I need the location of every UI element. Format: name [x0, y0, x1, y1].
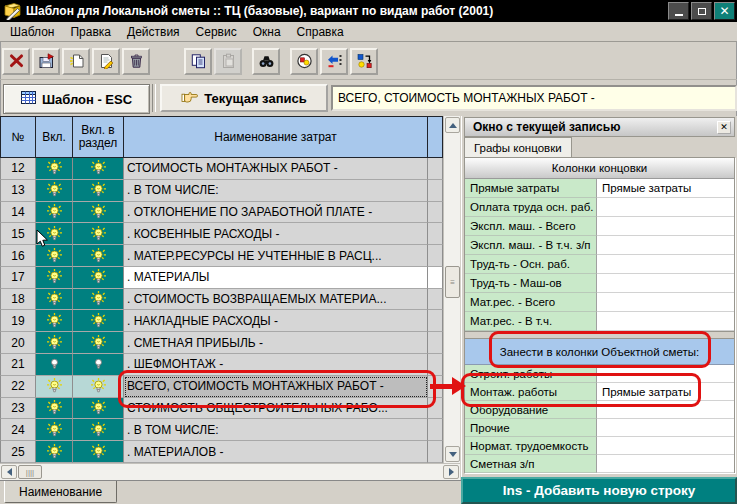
column-value[interactable] — [597, 217, 734, 236]
current-record-button[interactable]: Текущая запись — [160, 84, 328, 112]
row-section-enabled-cell[interactable] — [73, 158, 124, 180]
row-name-cell[interactable]: . МАТЕРИАЛЫ — [124, 267, 428, 289]
fill-left-button[interactable] — [320, 48, 348, 75]
row-name-cell[interactable]: . В ТОМ ЧИСЛЕ: — [124, 419, 428, 441]
column-value[interactable] — [597, 401, 734, 419]
row-section-enabled-cell[interactable] — [73, 376, 124, 398]
panel-close-button[interactable]: ✕ — [717, 121, 731, 134]
ending-column-row[interactable]: Прямые затратыПрямые затраты — [465, 179, 734, 198]
row-enabled-cell[interactable] — [36, 223, 73, 245]
menu-item-5[interactable]: Справка — [289, 23, 352, 41]
row-name-cell[interactable]: . СТОИМОСТЬ ВОЗВРАЩАЕМЫХ МАТЕРИА... — [124, 289, 428, 311]
scroll-right-button[interactable] — [443, 465, 459, 479]
row-section-enabled-cell[interactable] — [73, 398, 124, 420]
row-enabled-cell[interactable] — [36, 354, 73, 376]
menu-item-0[interactable]: Шаблон — [2, 23, 62, 41]
scroll-down-button[interactable] — [445, 446, 460, 462]
row-section-enabled-cell[interactable] — [73, 441, 124, 463]
ending-column-row[interactable]: Труд-ть - Осн. раб. — [465, 255, 734, 274]
row-enabled-cell[interactable] — [36, 419, 73, 441]
column-value[interactable] — [597, 437, 734, 455]
ending-column-row[interactable]: Экспл. маш. - Всего — [465, 217, 734, 236]
close-button[interactable]: ✕ — [714, 2, 735, 20]
row-section-enabled-cell[interactable] — [73, 180, 124, 202]
row-section-enabled-cell[interactable] — [73, 419, 124, 441]
table-row[interactable]: 24. В ТОМ ЧИСЛЕ: — [0, 419, 443, 441]
diagram-button[interactable] — [290, 48, 318, 75]
column-value[interactable] — [597, 455, 734, 473]
save-record-button[interactable] — [32, 48, 60, 75]
ending-column-row[interactable]: Труд-ть - Маш-ов — [465, 274, 734, 293]
object-column-row[interactable]: Сметная з/п — [465, 455, 734, 473]
row-name-cell[interactable]: . В ТОМ ЧИСЛЕ: — [124, 180, 428, 202]
row-section-enabled-cell[interactable] — [73, 267, 124, 289]
column-value[interactable]: Прямые затраты — [597, 179, 734, 198]
maximize-button[interactable] — [691, 2, 712, 20]
row-section-enabled-cell[interactable] — [73, 245, 124, 267]
horizontal-scrollbar[interactable]: |||| — [0, 463, 460, 480]
row-name-cell[interactable]: . КОСВЕННЫЕ РАСХОДЫ - — [124, 223, 428, 245]
column-header-number[interactable]: № — [0, 116, 36, 158]
menu-item-2[interactable]: Действия — [119, 23, 188, 41]
ending-column-row[interactable]: Экспл. маш. - В т.ч. з/п — [465, 236, 734, 255]
copy-button[interactable] — [184, 48, 212, 75]
table-row[interactable]: 21. ШЕФМОНТАЖ - — [0, 354, 443, 376]
row-section-enabled-cell[interactable] — [73, 332, 124, 354]
row-enabled-cell[interactable] — [36, 398, 73, 420]
vertical-scrollbar[interactable]: ≡ — [443, 116, 460, 463]
column-value[interactable] — [597, 274, 734, 293]
delete-record-button[interactable] — [2, 48, 30, 75]
row-enabled-cell[interactable] — [36, 202, 73, 224]
row-enabled-cell[interactable] — [36, 158, 73, 180]
edit-document-button[interactable] — [92, 48, 120, 75]
table-row[interactable]: 23СТОИМОСТЬ ОБЩЕСТРОИТЕЛЬНЫХ РАБО... — [0, 398, 443, 420]
column-value[interactable] — [597, 255, 734, 274]
table-row[interactable]: 15. КОСВЕННЫЕ РАСХОДЫ - — [0, 223, 443, 245]
row-name-cell[interactable]: . НАКЛАДНЫЕ РАСХОДЫ - — [124, 310, 428, 332]
row-enabled-cell[interactable] — [36, 332, 73, 354]
row-name-cell[interactable]: . МАТЕРИАЛОВ - — [124, 441, 428, 463]
ending-column-row[interactable]: Мат.рес. - В т.ч. — [465, 312, 734, 331]
menu-item-4[interactable]: Окна — [245, 23, 289, 41]
row-enabled-cell[interactable] — [36, 376, 73, 398]
row-name-cell[interactable]: СТОИМОСТЬ МОНТАЖНЫХ РАБОТ - — [124, 158, 428, 180]
column-header-enabled[interactable]: Вкл. — [36, 116, 73, 158]
object-column-row[interactable]: Нормат. трудоемкость — [465, 437, 734, 455]
table-row[interactable]: 13. В ТОМ ЧИСЛЕ: — [0, 180, 443, 202]
current-record-field[interactable]: ВСЕГО, СТОИМОСТЬ МОНТАЖНЫХ РАБОТ - — [331, 85, 737, 111]
new-document-button[interactable] — [62, 48, 90, 75]
object-column-row[interactable]: Строит. работы — [465, 365, 734, 383]
column-value[interactable] — [597, 293, 734, 312]
table-row[interactable]: 18. СТОИМОСТЬ ВОЗВРАЩАЕМЫХ МАТЕРИА... — [0, 289, 443, 311]
horizontal-scroll-thumb[interactable]: |||| — [18, 465, 42, 479]
column-value[interactable] — [597, 236, 734, 255]
row-enabled-cell[interactable] — [36, 289, 73, 311]
row-enabled-cell[interactable] — [36, 441, 73, 463]
row-enabled-cell[interactable] — [36, 245, 73, 267]
scroll-up-button[interactable] — [445, 117, 460, 133]
tab-grafy-koncovki[interactable]: Графы концовки — [464, 137, 572, 157]
column-value[interactable] — [597, 365, 734, 383]
table-row[interactable]: 17. МАТЕРИАЛЫ — [0, 267, 443, 289]
table-row[interactable]: 14. ОТКЛОНЕНИЕ ПО ЗАРАБОТНОЙ ПЛАТЕ - — [0, 202, 443, 224]
column-value[interactable] — [597, 419, 734, 437]
table-row[interactable]: 12СТОИМОСТЬ МОНТАЖНЫХ РАБОТ - — [0, 158, 443, 180]
table-row[interactable]: 22ВСЕГО, СТОИМОСТЬ МОНТАЖНЫХ РАБОТ - — [0, 376, 443, 398]
column-value[interactable]: Прямые затраты — [597, 383, 734, 401]
template-esc-button[interactable]: Шаблон - ESC — [3, 84, 150, 114]
tab-naimenovanie[interactable]: Наименование — [4, 481, 117, 503]
ending-column-row[interactable]: Мат.рес. - Всего — [465, 293, 734, 312]
row-name-cell[interactable]: . СМЕТНАЯ ПРИБЫЛЬ - — [124, 332, 428, 354]
row-section-enabled-cell[interactable] — [73, 202, 124, 224]
table-row[interactable]: 16. МАТЕР.РЕСУРСЫ НЕ УЧТЕННЫЕ В РАСЦ... — [0, 245, 443, 267]
row-name-cell[interactable]: ВСЕГО, СТОИМОСТЬ МОНТАЖНЫХ РАБОТ - — [124, 376, 428, 398]
row-name-cell[interactable]: . ШЕФМОНТАЖ - — [124, 354, 428, 376]
row-section-enabled-cell[interactable] — [73, 310, 124, 332]
delete-row-button[interactable] — [122, 48, 150, 75]
row-enabled-cell[interactable] — [36, 180, 73, 202]
find-button[interactable] — [252, 48, 280, 75]
menu-item-1[interactable]: Правка — [62, 23, 119, 41]
row-name-cell[interactable]: СТОИМОСТЬ ОБЩЕСТРОИТЕЛЬНЫХ РАБО... — [124, 398, 428, 420]
row-name-cell[interactable]: . МАТЕР.РЕСУРСЫ НЕ УЧТЕННЫЕ В РАСЦ... — [124, 245, 428, 267]
row-enabled-cell[interactable] — [36, 267, 73, 289]
